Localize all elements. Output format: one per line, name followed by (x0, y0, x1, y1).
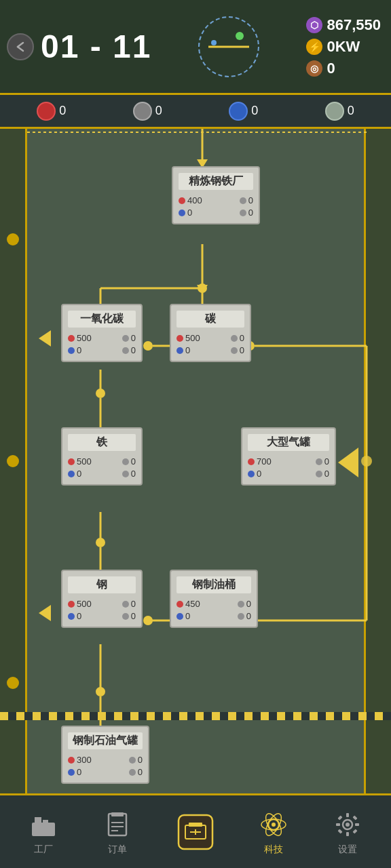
node-iron-title: 铁 (68, 434, 136, 451)
nav-factory[interactable]: 工厂 (27, 808, 60, 856)
steel-light: 0 (131, 611, 136, 621)
barrel-light: 0 (246, 611, 251, 621)
node-steel-plant-stats: 400 0 0 0 (179, 195, 253, 218)
gas-tank-stat-1: 300 0 (68, 755, 143, 765)
tank-gray: 0 (324, 456, 329, 467)
iron-dot-gray (122, 458, 129, 465)
node-carbon[interactable]: 碳 500 0 0 0 (170, 304, 251, 362)
node-steel-plant[interactable]: 精炼钢铁厂 400 0 0 0 (172, 166, 260, 224)
rail-connector-3 (7, 677, 19, 689)
steel-plant-light: 0 (248, 208, 253, 218)
gas-tank-blue: 0 (77, 767, 81, 777)
iron-stat-1: 500 0 (68, 456, 136, 467)
svg-rect-63 (352, 829, 357, 833)
tank-light: 0 (324, 469, 329, 479)
tank-stat-1: 700 0 (248, 456, 329, 467)
co-left-arrow (39, 330, 51, 347)
node-steel-stats: 500 0 0 0 (68, 599, 136, 621)
gas-tank-dot-blue (68, 769, 75, 776)
carbon-red: 500 (185, 333, 200, 343)
steel-gray: 0 (131, 599, 136, 609)
resource-icon-light (325, 102, 344, 121)
stat-row-other: ◎ 0 (306, 60, 381, 77)
svg-point-24 (143, 616, 153, 625)
tank-dot-gray2 (316, 471, 322, 477)
steel-stat-2: 0 0 (68, 611, 136, 621)
node-large-tank[interactable]: 大型气罐 700 0 0 0 (241, 427, 336, 486)
svg-rect-40 (111, 812, 124, 816)
tank-stat-2: 0 0 (248, 469, 329, 479)
co-dot-gray2 (122, 347, 129, 354)
resource-val-1: 0 (155, 104, 162, 118)
svg-rect-56 (346, 813, 349, 817)
compass-blue-dot (211, 40, 217, 45)
settings-icon (331, 808, 364, 841)
node-steel-barrel-title: 钢制油桶 (176, 576, 251, 593)
compass-inner (208, 26, 249, 67)
other-value: 0 (327, 60, 335, 77)
node-steel-gas-tank-title: 钢制石油气罐 (68, 732, 143, 749)
node-steel-gas-tank-stats: 300 0 0 0 (68, 755, 143, 777)
resource-val-3: 0 (348, 104, 354, 118)
barrel-dot-gray (238, 601, 244, 608)
stripe-border (0, 712, 391, 720)
steel-dot-gray (122, 601, 129, 608)
node-iron-stats: 500 0 0 0 (68, 456, 136, 479)
rail-connector-2 (7, 455, 19, 467)
tank-dot-blue (248, 471, 255, 477)
carbon-dot-red (176, 335, 183, 342)
node-co-title: 一氧化碳 (68, 311, 136, 328)
carbon-blue: 0 (185, 345, 190, 355)
node-iron[interactable]: 铁 500 0 0 0 (61, 427, 143, 486)
node-steel-gas-tank[interactable]: 钢制石油气罐 300 0 0 0 (61, 726, 149, 784)
barrel-dot-blue (176, 613, 183, 620)
barrel-stat-2: 0 0 (176, 611, 251, 621)
steel-left-arrow (39, 605, 51, 621)
power-icon: ⚡ (306, 39, 322, 55)
factory-icon (27, 808, 60, 841)
svg-rect-60 (337, 815, 342, 820)
nav-center[interactable] (175, 812, 216, 852)
node-carbon-stats: 500 0 0 0 (176, 333, 244, 355)
tank-red: 700 (257, 456, 272, 467)
barrel-dot-gray2 (238, 613, 244, 620)
nav-factory-label: 工厂 (34, 844, 53, 856)
steel-plant-gray: 0 (248, 195, 253, 205)
left-rail (0, 129, 27, 793)
nav-tech[interactable]: 科技 (257, 808, 290, 856)
carbon-dot-gray2 (231, 347, 238, 354)
tank-dot-red (248, 458, 255, 465)
svg-rect-39 (109, 814, 126, 835)
compass-area (151, 16, 306, 77)
steel-blue: 0 (77, 611, 81, 621)
credits-icon: ⬡ (306, 17, 322, 33)
iron-dot-gray2 (122, 471, 129, 477)
node-steel-barrel[interactable]: 钢制油桶 450 0 0 0 (170, 570, 258, 628)
barrel-blue: 0 (185, 611, 190, 621)
svg-line-1 (18, 47, 23, 51)
node-steel[interactable]: 钢 500 0 0 0 (61, 570, 143, 628)
nav-settings[interactable]: 设置 (331, 808, 364, 856)
back-button[interactable] (7, 33, 34, 60)
co-dot-gray (122, 335, 129, 342)
gas-tank-dot-red (68, 757, 75, 764)
svg-rect-57 (346, 832, 349, 836)
carbon-stat-2: 0 0 (176, 345, 244, 355)
node-co[interactable]: 一氧化碳 500 0 0 0 (61, 304, 143, 362)
svg-rect-59 (355, 823, 359, 826)
co-dot-red (68, 335, 75, 342)
node-co-stats: 500 0 0 0 (68, 333, 136, 355)
svg-point-55 (346, 823, 350, 827)
steel-stat-1: 500 0 (68, 599, 136, 609)
gas-tank-light: 0 (138, 767, 143, 777)
iron-gray: 0 (131, 456, 136, 467)
nav-orders[interactable]: 订单 (101, 808, 134, 856)
stat-row-power: ⚡ 0KW (306, 38, 381, 56)
compass-green-dot (236, 32, 244, 40)
tech-icon (257, 808, 290, 841)
co-blue: 0 (77, 345, 81, 355)
iron-light: 0 (131, 469, 136, 479)
steel-dot-red (68, 601, 75, 608)
node-carbon-title: 碳 (176, 311, 244, 328)
co-gray: 0 (131, 333, 136, 343)
